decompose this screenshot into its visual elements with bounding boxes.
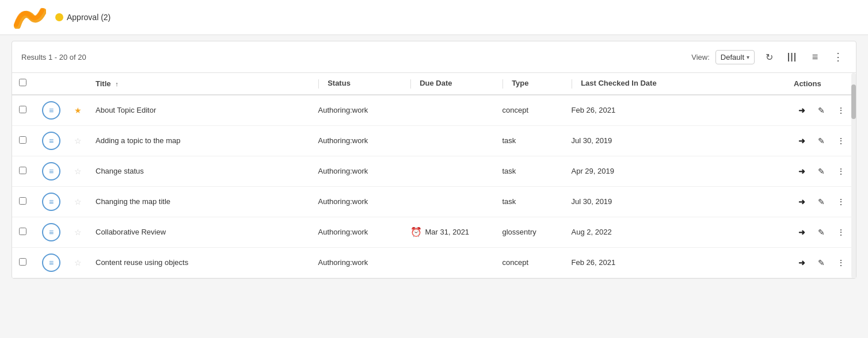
table-header-row: Title ↑ Status Due Date Type: [12, 73, 856, 95]
header-type: Type: [496, 73, 565, 95]
row-checkbox[interactable]: [19, 228, 26, 235]
row-type: task: [496, 125, 565, 156]
row-last-checked-in: Aug 2, 2022: [565, 217, 787, 247]
row-title: Adding a topic to the map: [89, 125, 311, 156]
row-checkbox-cell: [12, 247, 35, 278]
row-checkbox[interactable]: [19, 167, 26, 174]
star-empty-icon[interactable]: ☆: [74, 197, 82, 206]
row-type: task: [496, 186, 565, 217]
doc-icon: ≡: [42, 223, 60, 241]
approval-badge: Approval (2): [55, 13, 111, 22]
row-due-date: [403, 95, 496, 126]
row-title: Content reuse using objects: [89, 247, 311, 278]
edit-button[interactable]: ✎: [813, 163, 829, 179]
edit-button[interactable]: ✎: [813, 224, 829, 240]
row-more-options-button[interactable]: ⋮: [833, 194, 849, 210]
row-type: concept: [496, 95, 565, 126]
table-row: ≡☆Content reuse using objectsAuthoring:w…: [12, 247, 856, 278]
more-options-button[interactable]: ⋮: [829, 48, 847, 66]
refresh-icon: ↻: [766, 52, 773, 63]
header-star-cell: [67, 73, 89, 95]
star-empty-icon[interactable]: ☆: [74, 258, 82, 267]
navigate-button[interactable]: ➜: [794, 102, 810, 118]
row-checkbox-cell: [12, 95, 35, 126]
row-last-checked-in: Feb 26, 2021: [565, 247, 787, 278]
row-type: glossentry: [496, 217, 565, 247]
star-filled-icon[interactable]: ★: [74, 106, 82, 115]
row-doc-icon-cell: ≡: [35, 95, 67, 126]
navigate-button[interactable]: ➜: [794, 224, 810, 240]
row-due-date: [403, 156, 496, 186]
results-header: Results 1 - 20 of 20 View: Default ▾ ↻ |…: [12, 41, 856, 73]
results-count: Results 1 - 20 of 20: [21, 53, 86, 62]
row-actions: ➜ ✎ ⋮: [787, 95, 856, 126]
row-due-date: [403, 125, 496, 156]
navigate-button[interactable]: ➜: [794, 194, 810, 210]
row-checkbox[interactable]: [19, 197, 26, 205]
header-checkbox-cell: [12, 73, 35, 95]
row-more-options-button[interactable]: ⋮: [833, 133, 849, 149]
approval-dot: [55, 13, 63, 21]
row-more-options-button[interactable]: ⋮: [833, 163, 849, 179]
scrollbar-track[interactable]: [851, 73, 856, 278]
edit-button[interactable]: ✎: [813, 255, 829, 271]
select-all-checkbox[interactable]: [19, 79, 26, 86]
navigate-button[interactable]: ➜: [794, 255, 810, 271]
row-due-date: [403, 247, 496, 278]
edit-button[interactable]: ✎: [813, 102, 829, 118]
row-doc-icon-cell: ≡: [35, 156, 67, 186]
scrollbar-thumb[interactable]: [851, 84, 856, 119]
edit-button[interactable]: ✎: [813, 133, 829, 149]
row-more-options-button[interactable]: ⋮: [833, 255, 849, 271]
top-bar: Approval (2): [0, 0, 868, 35]
row-star-cell: ☆: [67, 247, 89, 278]
col-separator: [502, 79, 503, 89]
row-doc-icon-cell: ≡: [35, 247, 67, 278]
row-checkbox[interactable]: [19, 106, 26, 113]
more-vert-icon: ⋮: [833, 51, 843, 63]
star-empty-icon[interactable]: ☆: [74, 228, 82, 237]
refresh-button[interactable]: ↻: [760, 48, 778, 66]
logo: [12, 6, 46, 29]
edit-button[interactable]: ✎: [813, 194, 829, 210]
header-icon-cell: [35, 73, 67, 95]
row-more-options-button[interactable]: ⋮: [833, 102, 849, 118]
row-more-options-button[interactable]: ⋮: [833, 224, 849, 240]
view-controls: View: Default ▾ ↻ ||| ≡ ⋮: [691, 48, 847, 66]
row-actions: ➜ ✎ ⋮: [787, 186, 856, 217]
main-panel: Results 1 - 20 of 20 View: Default ▾ ↻ |…: [12, 41, 856, 279]
row-doc-icon-cell: ≡: [35, 125, 67, 156]
row-star-cell: ☆: [67, 156, 89, 186]
navigate-button[interactable]: ➜: [794, 163, 810, 179]
row-checkbox[interactable]: [19, 136, 26, 144]
row-status: Authoring:work: [311, 125, 403, 156]
row-status: Authoring:work: [311, 95, 403, 126]
last-checked-in-column-label: Last Checked In Date: [581, 79, 657, 87]
row-checkbox-cell: [12, 156, 35, 186]
row-actions: ➜ ✎ ⋮: [787, 247, 856, 278]
row-checkbox[interactable]: [19, 258, 26, 266]
header-title[interactable]: Title ↑: [89, 73, 311, 95]
columns-button[interactable]: |||: [783, 48, 801, 66]
table-row: ≡☆Changing the map titleAuthoring:workta…: [12, 186, 856, 217]
row-checkbox-cell: [12, 217, 35, 247]
header-status: Status: [311, 73, 403, 95]
view-label: View:: [691, 53, 710, 62]
view-select-dropdown[interactable]: Default ▾: [715, 50, 755, 64]
star-empty-icon[interactable]: ☆: [74, 136, 82, 145]
star-empty-icon[interactable]: ☆: [74, 167, 82, 176]
row-star-cell: ☆: [67, 186, 89, 217]
filter-button[interactable]: ≡: [806, 48, 824, 66]
row-last-checked-in: Jul 30, 2019: [565, 186, 787, 217]
view-select-value: Default: [721, 53, 744, 62]
title-column-label: Title: [96, 79, 111, 88]
table-body: ≡★About Topic EditorAuthoring:workconcep…: [12, 95, 856, 278]
table-row: ≡☆Collaborative ReviewAuthoring:work⏰Mar…: [12, 217, 856, 247]
doc-icon: ≡: [42, 254, 60, 272]
row-status: Authoring:work: [311, 217, 403, 247]
row-due-date: [403, 186, 496, 217]
due-date-column-label: Due Date: [420, 79, 452, 87]
row-status: Authoring:work: [311, 247, 403, 278]
navigate-button[interactable]: ➜: [794, 133, 810, 149]
row-doc-icon-cell: ≡: [35, 186, 67, 217]
